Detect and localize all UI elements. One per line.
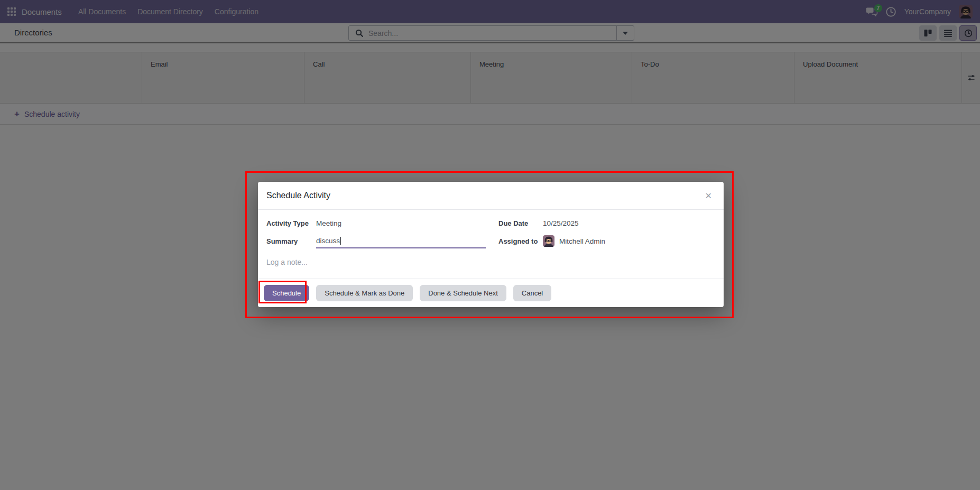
done-schedule-next-button[interactable]: Done & Schedule Next bbox=[420, 285, 506, 301]
activity-type-select[interactable]: Meeting bbox=[316, 219, 341, 227]
summary-input[interactable]: discuss bbox=[316, 234, 486, 248]
schedule-button[interactable]: Schedule bbox=[264, 285, 309, 301]
log-note-input[interactable]: Log a note... bbox=[266, 258, 715, 266]
dialog-title: Schedule Activity bbox=[266, 191, 330, 200]
summary-label: Summary bbox=[266, 237, 316, 245]
assignee-avatar bbox=[543, 235, 554, 247]
due-date-label: Due Date bbox=[498, 219, 543, 227]
dialog-footer: Schedule Schedule & Mark as Done Done & … bbox=[258, 279, 724, 307]
text-cursor bbox=[340, 237, 341, 245]
assigned-to-label: Assigned to bbox=[498, 237, 543, 245]
due-date-input[interactable]: 10/25/2025 bbox=[543, 219, 579, 227]
cancel-button[interactable]: Cancel bbox=[513, 285, 551, 301]
dialog-header: Schedule Activity ✕ bbox=[258, 182, 724, 210]
assigned-to-field[interactable]: Mitchell Admin bbox=[543, 235, 605, 247]
activity-type-label: Activity Type bbox=[266, 219, 316, 227]
dialog-body: Activity Type Meeting Summary discuss Du… bbox=[258, 210, 724, 266]
close-icon[interactable]: ✕ bbox=[702, 189, 715, 203]
schedule-mark-done-button[interactable]: Schedule & Mark as Done bbox=[316, 285, 413, 301]
schedule-activity-dialog: Schedule Activity ✕ Activity Type Meetin… bbox=[258, 182, 724, 307]
screen: Documents All Documents Document Directo… bbox=[0, 0, 980, 490]
assignee-name: Mitchell Admin bbox=[559, 237, 605, 245]
